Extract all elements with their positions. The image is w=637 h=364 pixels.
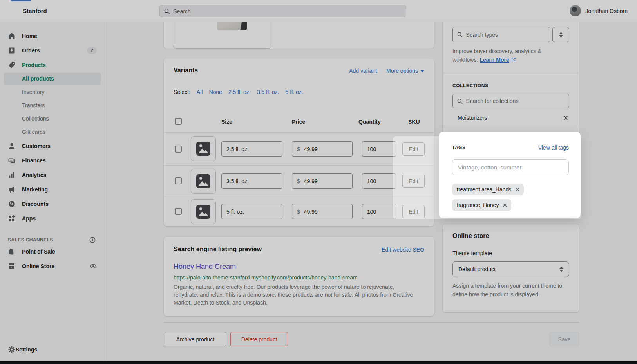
home-icon xyxy=(8,32,16,40)
select-caret-icon xyxy=(559,267,563,272)
sidebar-item-collections[interactable]: Collections xyxy=(4,113,101,124)
tag-pill: treatment area_Hands xyxy=(452,184,524,195)
online-store-title: Online store xyxy=(452,232,489,240)
tag-pill-label: fragrance_Honey xyxy=(457,202,499,208)
sidebar-item-home[interactable]: Home xyxy=(5,30,100,42)
variant-image-button[interactable] xyxy=(191,169,216,194)
archive-product-button[interactable]: Archive product xyxy=(165,332,226,346)
add-variant-link[interactable]: Add variant xyxy=(349,68,377,74)
theme-template-label: Theme template xyxy=(452,250,492,256)
online-store-card: Online store Theme template Default prod… xyxy=(443,224,579,312)
collection-item: Moisturizers xyxy=(452,114,569,122)
discounts-icon xyxy=(8,200,16,208)
size-field[interactable]: 5 fl. oz. xyxy=(221,204,282,219)
footer-divider xyxy=(164,322,579,323)
sidebar-item-customers[interactable]: Customers xyxy=(5,140,100,152)
sidebar-item-settings[interactable]: Settings xyxy=(5,343,100,356)
sidebar-item-transfers[interactable]: Transfers xyxy=(4,99,101,111)
sidebar-item-inventory[interactable]: Inventory xyxy=(4,86,101,98)
select-size-2-link[interactable]: 3.5 fl. oz. xyxy=(257,89,279,95)
search-icon xyxy=(457,98,463,105)
search-types-input-wrap xyxy=(452,27,550,42)
point-of-sale-icon xyxy=(8,248,16,256)
learn-more-link[interactable]: Learn More xyxy=(480,57,509,63)
select-all-link[interactable]: All xyxy=(197,89,203,95)
column-header-size: Size xyxy=(221,119,232,125)
more-options-link[interactable]: More options xyxy=(386,68,424,74)
size-field[interactable]: 2.5 fl. oz. xyxy=(221,141,282,157)
sidebar-item-online-store[interactable]: Online Store xyxy=(5,260,100,272)
add-channel-icon[interactable] xyxy=(89,236,96,243)
quantity-field[interactable]: 100 xyxy=(362,173,396,189)
orders-icon xyxy=(8,47,16,54)
row-checkbox[interactable] xyxy=(175,146,182,153)
variant-image-button[interactable] xyxy=(191,136,216,161)
select-all-checkbox[interactable] xyxy=(175,118,182,125)
sidebar-item-gift-cards[interactable]: Gift cards xyxy=(4,126,101,138)
quantity-field[interactable]: 100 xyxy=(362,204,396,219)
sidebar-item-orders[interactable]: Orders 2 xyxy=(5,44,100,57)
currency-prefix: $ xyxy=(297,209,300,215)
search-icon xyxy=(457,31,463,38)
sort-types-button[interactable] xyxy=(552,27,569,42)
focus-indicator-bar xyxy=(11,0,31,1)
remove-tag-icon[interactable] xyxy=(502,202,508,208)
size-field[interactable]: 3.5 fl. oz. xyxy=(221,173,282,189)
products-tag-icon xyxy=(8,61,16,69)
sidebar-item-products[interactable]: Products xyxy=(5,59,100,71)
avatar xyxy=(570,5,581,16)
sidebar-item-all-products[interactable]: All products xyxy=(4,73,101,85)
sidebar-item-discounts[interactable]: Discounts xyxy=(5,198,100,210)
shopify-admin-screen: Variants Add variant More options Select… xyxy=(0,0,637,364)
global-search-input[interactable] xyxy=(173,8,402,14)
sidebar-item-point-of-sale[interactable]: Point of Sale xyxy=(5,245,100,258)
delete-product-button[interactable]: Delete product xyxy=(230,332,288,346)
orders-count-badge: 2 xyxy=(87,47,97,54)
user-menu[interactable]: Jonathan Osborn xyxy=(570,5,628,16)
sidebar-item-analytics[interactable]: Analytics xyxy=(5,169,100,181)
row-checkbox[interactable] xyxy=(175,177,182,184)
edit-variant-button[interactable]: Edit xyxy=(402,175,425,188)
column-header-price: Price xyxy=(292,119,305,125)
user-name: Jonathan Osborn xyxy=(586,8,628,14)
collections-search-input[interactable] xyxy=(466,98,565,104)
sidebar-item-apps[interactable]: Apps xyxy=(5,212,100,225)
price-field[interactable]: $49.99 xyxy=(292,141,353,157)
select-none-link[interactable]: None xyxy=(209,89,222,95)
price-field[interactable]: $49.99 xyxy=(292,204,353,219)
tags-spotlight-panel: TAGS View all tags treatment area_Hands … xyxy=(439,132,581,218)
global-search-wrap xyxy=(159,5,406,17)
remove-collection-icon[interactable] xyxy=(562,114,569,121)
edit-variant-button[interactable]: Edit xyxy=(402,205,425,218)
top-bar: S Stanford Jonathan Osborn xyxy=(0,0,637,22)
remove-tag-icon[interactable] xyxy=(514,186,521,193)
seo-preview-card: Search engine listing preview Edit websi… xyxy=(164,237,434,316)
save-button[interactable]: Save xyxy=(550,332,579,346)
quantity-field[interactable]: 100 xyxy=(362,141,396,157)
tags-input[interactable] xyxy=(458,164,563,171)
caret-up-icon xyxy=(559,32,563,34)
theme-template-select[interactable]: Default product xyxy=(452,261,569,277)
seo-card-title: Search engine listing preview xyxy=(174,246,262,253)
tag-pill: fragrance_Honey xyxy=(452,199,511,211)
variant-image-button[interactable] xyxy=(191,199,216,224)
select-size-1-link[interactable]: 2.5 fl. oz. xyxy=(228,89,251,95)
types-promo-text: Improve buyer discovery, analytics & wor… xyxy=(452,47,561,64)
eye-icon[interactable] xyxy=(90,263,97,270)
row-checkbox[interactable] xyxy=(175,208,182,215)
price-field[interactable]: $49.99 xyxy=(292,173,353,189)
edit-variant-button[interactable]: Edit xyxy=(402,142,425,156)
view-all-tags-link[interactable]: View all tags xyxy=(538,144,569,151)
sidebar-nav: Home Orders 2 Products All products Inve… xyxy=(0,22,105,361)
search-types-input[interactable] xyxy=(466,32,546,38)
sidebar-item-finances[interactable]: Finances xyxy=(5,154,100,167)
sidebar-item-marketing[interactable]: Marketing xyxy=(5,183,100,196)
theme-template-value: Default product xyxy=(458,266,496,272)
shopify-logo[interactable]: S xyxy=(6,5,18,17)
collections-search-wrap xyxy=(452,94,569,108)
edit-website-seo-link[interactable]: Edit website SEO xyxy=(382,247,424,253)
caret-down-icon xyxy=(559,35,563,38)
image-placeholder-icon xyxy=(196,174,210,188)
seo-url: https://palo-alto-theme-stanford.myshopi… xyxy=(174,274,358,281)
select-size-3-link[interactable]: 5 fl. oz. xyxy=(285,89,303,95)
